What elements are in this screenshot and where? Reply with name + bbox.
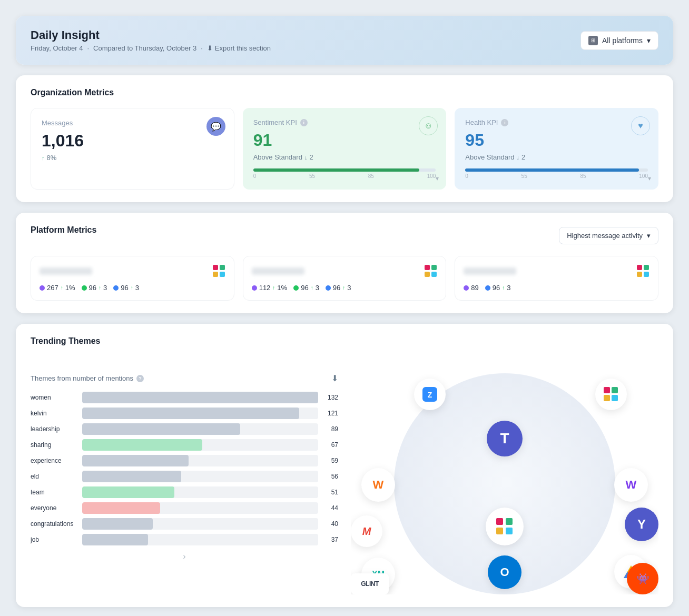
sentiment-metric-card: Sentiment KPI i ☺ 91 Above Standard ↓ 2 … bbox=[243, 108, 447, 190]
theme-bar-row: leadership 89 bbox=[31, 423, 338, 435]
platform-card-3: 89 96 ↑ 3 bbox=[455, 256, 658, 301]
theme-bar-fill bbox=[82, 439, 202, 451]
stat-messages-3: 89 bbox=[464, 284, 478, 292]
filter-dropdown-button[interactable]: Highest message activity ▾ bbox=[559, 227, 658, 244]
theme-label: everyone bbox=[31, 504, 78, 512]
download-icon: ⬇ bbox=[207, 44, 213, 52]
up-arrow-icon: ↑ bbox=[99, 285, 101, 291]
slack-icon-1 bbox=[213, 265, 225, 277]
download-icon[interactable]: ⬇ bbox=[331, 373, 338, 383]
teams-icon: T bbox=[487, 421, 523, 456]
reddit-icon: 👾 bbox=[627, 563, 658, 594]
theme-bar-row: kelvin 121 bbox=[31, 408, 338, 419]
sentiment-label: Sentiment KPI i bbox=[253, 118, 436, 126]
separator2: · bbox=[201, 44, 203, 52]
zoom-icon: Z bbox=[414, 379, 446, 410]
stat-health-1: 96 ↑ 3 bbox=[113, 284, 139, 292]
filter-label: Highest message activity bbox=[567, 232, 643, 240]
separator: · bbox=[87, 44, 89, 52]
platform-3-name bbox=[464, 267, 516, 275]
chevron-down-icon: ▾ bbox=[647, 232, 651, 240]
daily-insight-header: Daily Insight Friday, October 4 · Compar… bbox=[16, 16, 673, 65]
export-link[interactable]: ⬇ Export this section bbox=[207, 44, 271, 52]
sentiment-status: Above Standard ↓ 2 bbox=[253, 153, 436, 161]
up-arrow-icon: ↑ bbox=[342, 285, 345, 291]
theme-bar-row: women 132 bbox=[31, 392, 338, 403]
theme-count: 59 bbox=[322, 457, 338, 464]
daily-insight-left: Daily Insight Friday, October 4 · Compar… bbox=[31, 28, 271, 52]
up-arrow-icon: ↑ bbox=[131, 285, 133, 291]
metrics-grid: Messages 💬 1,016 ↑ 8% Sentiment KPI i ☺ … bbox=[31, 108, 658, 190]
theme-count: 51 bbox=[322, 489, 338, 496]
theme-label: leadership bbox=[31, 425, 78, 433]
themes-label: Themes from number of mentions ? bbox=[31, 374, 144, 382]
trending-title: Trending Themes bbox=[31, 336, 658, 346]
up-arrow-icon: ↑ bbox=[311, 285, 313, 291]
theme-label: congratulations bbox=[31, 520, 78, 528]
trending-themes-card: Trending Themes Themes from number of me… bbox=[16, 324, 673, 607]
theme-count: 40 bbox=[322, 520, 338, 528]
purple-dot bbox=[464, 285, 469, 291]
platform-card-3-header bbox=[464, 265, 649, 277]
caret-down-icon: ▾ bbox=[648, 175, 651, 182]
daily-insight-card: Daily Insight Friday, October 4 · Compar… bbox=[16, 16, 673, 65]
theme-count: 37 bbox=[322, 536, 338, 543]
theme-count: 56 bbox=[322, 473, 338, 480]
theme-bar-fill bbox=[82, 518, 153, 530]
themes-header: Themes from number of mentions ? ⬇ bbox=[31, 373, 338, 383]
theme-bars-list: women 132 kelvin 121 leadership 89 shari… bbox=[31, 392, 338, 545]
purple-dot bbox=[40, 285, 45, 291]
purple-dot bbox=[252, 285, 257, 291]
stat-messages-1: 267 ↑ 1% bbox=[40, 284, 75, 292]
gmail-icon: M bbox=[351, 515, 382, 547]
platform-metrics-header: Platform Metrics Highest message activit… bbox=[31, 225, 658, 245]
theme-label: experience bbox=[31, 457, 78, 464]
trending-title-area: Trending Themes bbox=[16, 324, 673, 361]
health-status: Above Standard ↓ 2 bbox=[465, 153, 648, 161]
org-metrics-section: Organization Metrics Messages 💬 1,016 ↑ … bbox=[16, 75, 673, 202]
platform-metrics-section: Platform Metrics Highest message activit… bbox=[16, 213, 673, 313]
org-metrics-title: Organization Metrics bbox=[31, 88, 658, 97]
platform-2-name bbox=[252, 267, 304, 275]
platform-cards-grid: 267 ↑ 1% 96 ↑ 3 96 ↑ 3 bbox=[31, 256, 658, 301]
slack-center-icon bbox=[486, 508, 524, 545]
themes-left-panel: Themes from number of mentions ? ⬇ women… bbox=[31, 373, 338, 594]
platform-3-stats: 89 96 ↑ 3 bbox=[464, 284, 649, 292]
down-arrow-icon: ↓ bbox=[517, 154, 520, 161]
theme-count: 44 bbox=[322, 504, 338, 512]
yammer-icon: Y bbox=[625, 508, 658, 541]
health-scale-labels: 0 55 85 100 bbox=[465, 173, 648, 179]
info-icon: i bbox=[501, 119, 508, 126]
health-bar-fill bbox=[465, 168, 638, 172]
theme-bar-row: team 51 bbox=[31, 486, 338, 498]
messages-label: Messages bbox=[42, 119, 223, 127]
subtitle: Friday, October 4 · Compared to Thursday… bbox=[31, 44, 271, 52]
stat-health-2: 96 ↑ 3 bbox=[326, 284, 351, 292]
platform-2-stats: 112 ↑ 1% 96 ↑ 3 96 ↑ 3 bbox=[252, 284, 438, 292]
theme-bar-row: experience 59 bbox=[31, 455, 338, 466]
sentiment-value: 91 bbox=[253, 131, 436, 150]
stat-health-3: 96 ↑ 3 bbox=[485, 284, 511, 292]
theme-count: 121 bbox=[322, 410, 338, 417]
health-metric-card: Health KPI i ♥ 95 Above Standard ↓ 2 0 5… bbox=[455, 108, 658, 190]
message-icon: 💬 bbox=[206, 117, 225, 136]
theme-bar-track bbox=[82, 502, 318, 514]
theme-bar-track bbox=[82, 408, 318, 419]
platform-card-2-header bbox=[252, 265, 438, 277]
date-label: Friday, October 4 bbox=[31, 44, 83, 52]
platform-icons-circle: Z T W bbox=[351, 373, 658, 594]
up-arrow-icon: ↑ bbox=[272, 285, 275, 291]
theme-bar-row: congratulations 40 bbox=[31, 518, 338, 530]
stat-sentiment-2: 96 ↑ 3 bbox=[293, 284, 319, 292]
blue-dot bbox=[326, 285, 331, 291]
themes-right-panel: Z T W bbox=[351, 373, 658, 594]
chevron-right-icon[interactable]: › bbox=[31, 552, 338, 561]
health-value: 95 bbox=[465, 131, 648, 150]
slack-icon-3 bbox=[637, 265, 649, 277]
platforms-dropdown-button[interactable]: ⊞ All platforms ▾ bbox=[580, 31, 658, 50]
trending-section: Themes from number of mentions ? ⬇ women… bbox=[16, 361, 673, 607]
theme-count: 67 bbox=[322, 441, 338, 449]
comparison-label: Compared to Thursday, October 3 bbox=[93, 44, 196, 52]
messages-value: 1,016 bbox=[42, 131, 223, 151]
platform-metrics-title: Platform Metrics bbox=[31, 225, 96, 235]
